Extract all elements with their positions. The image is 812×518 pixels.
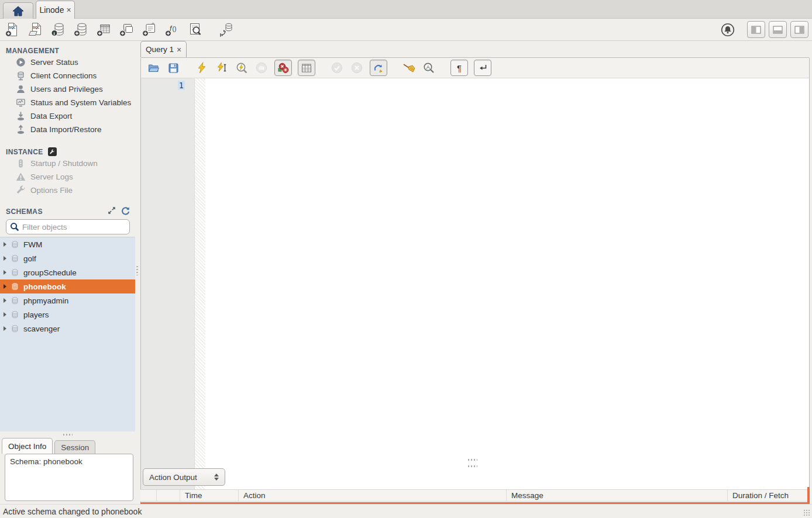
- rollback-button[interactable]: [350, 61, 364, 75]
- stop-icon: [256, 62, 267, 74]
- vertical-splitter[interactable]: [136, 266, 138, 275]
- open-file-icon: [147, 62, 159, 74]
- main-toolbar: SQL SQL i: [0, 19, 812, 41]
- notifications-button[interactable]: [720, 22, 735, 37]
- sidebar-item-server-status[interactable]: Server Status: [0, 56, 136, 69]
- sidebar-item-data-export[interactable]: Data Export: [0, 109, 136, 123]
- output-view-select[interactable]: Action Output: [143, 468, 225, 486]
- beautify-button[interactable]: [402, 61, 416, 75]
- inspect-database-icon: i: [50, 22, 66, 37]
- expand-arrow-icon[interactable]: [4, 298, 6, 303]
- instance-header: INSTANCE: [0, 144, 136, 157]
- toggle-right-panel-button[interactable]: [790, 21, 808, 38]
- search-table-data-icon: [187, 22, 203, 37]
- expand-arrow-icon[interactable]: [4, 312, 6, 317]
- schema-row-scavenger[interactable]: scavenger: [0, 322, 135, 336]
- chevron-updown-icon: [214, 474, 219, 481]
- schema-icon: [11, 240, 19, 249]
- stop-button[interactable]: [254, 61, 269, 75]
- connection-tab[interactable]: Linode ×: [36, 1, 75, 19]
- sidebar-item-options-file[interactable]: Options File: [0, 184, 136, 197]
- expand-icon[interactable]: [108, 206, 116, 215]
- new-sql-tab-button[interactable]: SQL: [4, 21, 21, 39]
- sidebar-item-label: Data Import/Restore: [30, 125, 102, 134]
- toggle-left-panel-icon: [751, 26, 761, 34]
- schema-name: phpmyadmin: [23, 296, 68, 305]
- create-schema-button[interactable]: [72, 21, 90, 39]
- sql-editor[interactable]: 1: [141, 78, 809, 495]
- editor-toolbar: A ¶: [141, 58, 809, 78]
- schema-row-phonebook[interactable]: phonebook: [0, 279, 135, 293]
- close-icon[interactable]: ×: [177, 46, 181, 54]
- data-export-icon: [16, 111, 26, 121]
- save-button[interactable]: [166, 61, 180, 75]
- sidebar-splitter[interactable]: [0, 431, 136, 437]
- output-col-message[interactable]: Message: [507, 490, 728, 501]
- schema-row-golf[interactable]: golf: [0, 251, 135, 265]
- create-view-button[interactable]: [118, 21, 135, 39]
- schema-list: FWM golf groupSchedule phonebook phpmyad…: [0, 237, 135, 431]
- home-tab[interactable]: [3, 2, 33, 19]
- output-col-time[interactable]: Time: [180, 490, 239, 501]
- create-table-button[interactable]: [95, 21, 112, 39]
- create-function-button[interactable]: f (): [163, 21, 181, 39]
- schema-row-players[interactable]: players: [0, 308, 135, 322]
- schema-icon: [11, 282, 19, 291]
- svg-text:A: A: [426, 64, 430, 70]
- toggle-autocommit-button[interactable]: [370, 60, 387, 76]
- open-sql-script-icon: SQL: [27, 22, 43, 37]
- find-icon: A: [423, 62, 435, 74]
- sidebar-item-label: Data Export: [30, 112, 72, 120]
- tab-object-info[interactable]: Object Info: [2, 438, 53, 454]
- sidebar-item-system-variables[interactable]: Status and System Variables: [0, 96, 136, 109]
- wrap-text-button[interactable]: [474, 60, 491, 76]
- schema-row-groupschedule[interactable]: groupSchedule: [0, 265, 135, 279]
- create-function-icon: f (): [164, 22, 180, 37]
- reconnect-dbms-button[interactable]: [217, 21, 235, 39]
- output-col-duration[interactable]: Duration / Fetch: [728, 490, 810, 501]
- output-panel: Action Output Time Action Message Durati…: [140, 465, 810, 504]
- sidebar-item-server-logs[interactable]: Server Logs: [0, 170, 136, 184]
- close-icon[interactable]: ×: [66, 6, 71, 14]
- commit-button[interactable]: [330, 61, 344, 75]
- find-button[interactable]: A: [422, 61, 436, 75]
- schema-row-fwm[interactable]: FWM: [0, 237, 135, 251]
- expand-arrow-icon[interactable]: [4, 242, 6, 247]
- sidebar-item-users-privileges[interactable]: Users and Privileges: [0, 82, 136, 96]
- output-col-action[interactable]: Action: [239, 490, 507, 501]
- search-table-data-button[interactable]: [186, 21, 204, 39]
- filter-objects-input[interactable]: [22, 223, 126, 232]
- editor-text-area[interactable]: [205, 78, 809, 495]
- toggle-bottom-panel-button[interactable]: [769, 21, 787, 38]
- execute-current-button[interactable]: [215, 61, 229, 75]
- users-icon: [16, 84, 26, 94]
- tab-query-1[interactable]: Query 1 ×: [140, 41, 187, 57]
- panel-splitter-grip[interactable]: [468, 459, 477, 461]
- toggle-left-panel-button[interactable]: [747, 21, 765, 38]
- sidebar-item-client-connections[interactable]: Client Connections: [0, 69, 136, 82]
- open-sql-script-button[interactable]: SQL: [26, 21, 44, 39]
- expand-arrow-icon[interactable]: [4, 256, 6, 261]
- expand-arrow-icon[interactable]: [4, 326, 6, 331]
- limit-rows-button[interactable]: [298, 60, 315, 76]
- sidebar-item-startup-shutdown[interactable]: Startup / Shutdown: [0, 157, 136, 170]
- connection-tab-label: Linode: [39, 5, 64, 15]
- sidebar: MANAGEMENT Server Status Client Connecti…: [0, 41, 136, 504]
- schema-row-phpmyadmin[interactable]: phpmyadmin: [0, 293, 135, 308]
- execute-button[interactable]: [195, 61, 209, 75]
- sidebar-item-data-import[interactable]: Data Import/Restore: [0, 123, 136, 136]
- expand-arrow-icon[interactable]: [4, 284, 6, 289]
- window-resize-grip[interactable]: [803, 509, 810, 516]
- toggle-stop-on-error-button[interactable]: [274, 60, 292, 76]
- inspect-database-button[interactable]: i: [49, 21, 67, 39]
- explain-button[interactable]: [235, 61, 249, 75]
- expand-arrow-icon[interactable]: [4, 270, 6, 275]
- tab-session[interactable]: Session: [54, 440, 95, 454]
- refresh-icon[interactable]: [121, 206, 130, 215]
- info-tabbar: Object Info Session: [0, 437, 136, 454]
- create-procedure-button[interactable]: [140, 21, 158, 39]
- output-vertical-scrollbar[interactable]: [807, 487, 810, 502]
- invisible-chars-button[interactable]: ¶: [450, 60, 468, 76]
- open-file-button[interactable]: [146, 61, 160, 75]
- object-info-panel: Schema: phonebook: [5, 454, 133, 501]
